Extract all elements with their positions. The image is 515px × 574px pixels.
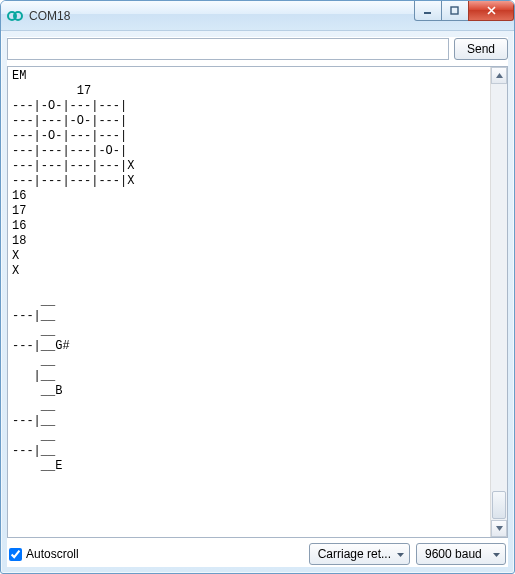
autoscroll-input[interactable] (9, 548, 22, 561)
scroll-track[interactable] (491, 84, 507, 520)
client-area: Send EM 17 ---|-O-|---|---| ---|---|-O-|… (7, 37, 508, 567)
scroll-down-button[interactable] (491, 520, 507, 537)
baud-rate-select[interactable]: 9600 baud (416, 543, 506, 565)
maximize-button[interactable] (441, 1, 469, 21)
line-ending-select[interactable]: Carriage ret... (309, 543, 410, 565)
window-controls (415, 1, 514, 22)
autoscroll-checkbox[interactable]: Autoscroll (9, 547, 303, 561)
close-button[interactable] (468, 1, 514, 21)
scroll-thumb[interactable] (492, 491, 506, 519)
svg-rect-2 (424, 12, 431, 14)
vertical-scrollbar[interactable] (490, 67, 507, 537)
minimize-button[interactable] (414, 1, 442, 21)
chevron-down-icon (493, 547, 500, 561)
footer-bar: Autoscroll Carriage ret... 9600 baud (7, 538, 508, 567)
send-row: Send (7, 37, 508, 66)
chevron-down-icon (397, 547, 404, 561)
output-panel: EM 17 ---|-O-|---|---| ---|---|-O-|---| … (7, 66, 508, 538)
scroll-up-button[interactable] (491, 67, 507, 84)
serial-output[interactable]: EM 17 ---|-O-|---|---| ---|---|-O-|---| … (8, 67, 490, 537)
serial-input[interactable] (7, 38, 449, 60)
line-ending-value: Carriage ret... (318, 547, 391, 561)
send-button[interactable]: Send (454, 38, 508, 60)
window-title: COM18 (29, 9, 415, 23)
arduino-icon (7, 8, 23, 24)
titlebar[interactable]: COM18 (1, 1, 514, 31)
svg-rect-3 (451, 7, 458, 14)
serial-monitor-window: COM18 Send EM 17 ---|-O-|---|---| ---|--… (0, 0, 515, 574)
baud-rate-value: 9600 baud (425, 547, 482, 561)
autoscroll-label: Autoscroll (26, 547, 79, 561)
